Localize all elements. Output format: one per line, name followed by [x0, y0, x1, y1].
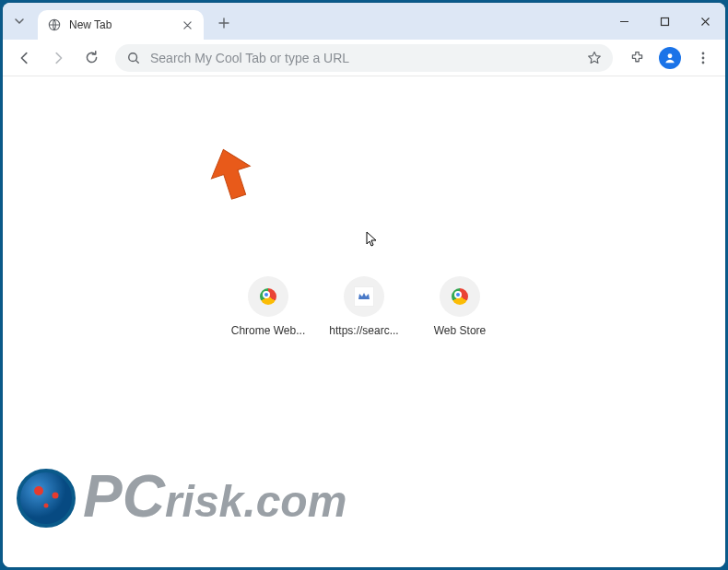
window-controls — [604, 3, 725, 40]
forward-button[interactable] — [43, 43, 73, 73]
address-input[interactable] — [150, 51, 587, 65]
shortcut-tile — [440, 276, 480, 317]
shortcut-grid: Chrome Web... https://searc... Web Store — [228, 276, 500, 337]
chrome-icon — [260, 288, 276, 305]
browser-tab[interactable]: New Tab — [38, 10, 204, 40]
svg-rect-1 — [661, 17, 668, 25]
svg-point-10 — [44, 504, 49, 508]
site-favicon-icon — [354, 286, 374, 307]
reload-button[interactable] — [76, 43, 106, 73]
tab-close-button[interactable] — [180, 17, 194, 32]
shortcut-item[interactable]: Web Store — [419, 276, 500, 337]
extensions-button[interactable] — [622, 43, 652, 73]
shortcut-item[interactable]: https://searc... — [323, 276, 405, 337]
watermark-prefix: PC — [83, 463, 166, 529]
shortcut-tile — [248, 276, 288, 317]
back-button[interactable] — [10, 43, 40, 73]
watermark-suffix: risk.com — [165, 477, 346, 526]
close-window-button[interactable] — [685, 3, 725, 40]
omnibox[interactable] — [115, 44, 613, 72]
search-icon — [126, 51, 141, 65]
svg-point-7 — [18, 471, 74, 526]
tab-title: New Tab — [69, 18, 180, 31]
tab-search-dropdown[interactable] — [8, 10, 30, 32]
menu-button[interactable] — [688, 43, 718, 73]
title-bar: New Tab — [3, 3, 725, 40]
svg-point-5 — [702, 56, 705, 59]
chrome-icon — [452, 288, 468, 305]
shortcut-label: Chrome Web... — [228, 324, 309, 337]
svg-point-9 — [53, 493, 59, 499]
globe-icon — [47, 17, 62, 32]
shortcut-label: Web Store — [419, 324, 500, 337]
shortcut-label: https://searc... — [323, 324, 405, 337]
shortcut-item[interactable]: Chrome Web... — [228, 276, 309, 337]
new-tab-button[interactable] — [211, 10, 237, 36]
svg-point-6 — [702, 61, 705, 64]
svg-point-4 — [702, 52, 705, 54]
minimize-button[interactable] — [604, 3, 644, 40]
svg-point-8 — [34, 486, 43, 495]
svg-point-3 — [668, 53, 673, 58]
maximize-button[interactable] — [644, 3, 685, 40]
bookmark-star-icon[interactable] — [587, 51, 602, 65]
mouse-cursor-icon — [366, 231, 379, 248]
annotation-arrow-icon — [207, 146, 255, 202]
profile-button[interactable] — [655, 43, 685, 73]
pcrisk-watermark: PCrisk.com — [11, 454, 453, 537]
shortcut-tile — [344, 276, 384, 317]
toolbar — [3, 40, 725, 76]
svg-text:PCrisk.com: PCrisk.com — [83, 463, 346, 529]
avatar-icon — [659, 47, 681, 69]
